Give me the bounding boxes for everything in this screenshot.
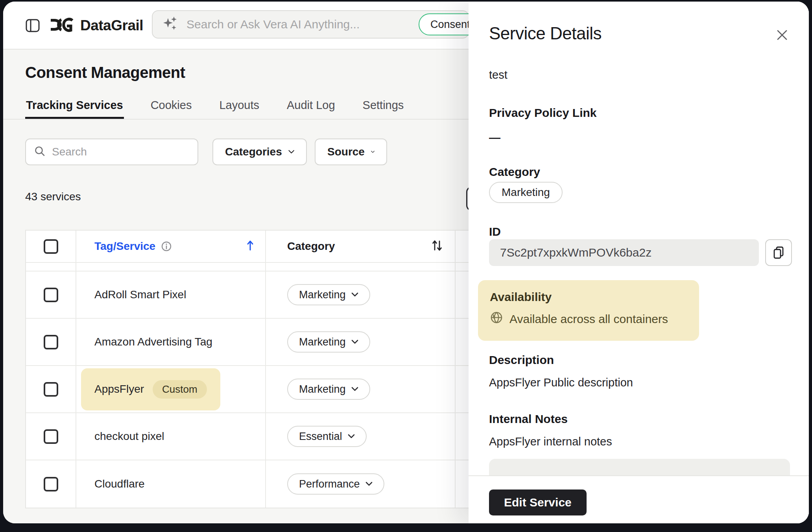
chevron-down-icon bbox=[288, 149, 294, 155]
categories-dropdown-label: Categories bbox=[225, 146, 282, 158]
category-dropdown[interactable]: Marketing bbox=[287, 284, 370, 305]
chevron-down-icon bbox=[351, 292, 358, 297]
service-name: Amazon Advertising Tag bbox=[94, 336, 212, 348]
category-value: Performance bbox=[299, 478, 360, 490]
source-dropdown-label: Source bbox=[327, 146, 365, 158]
category-dropdown[interactable]: Essential bbox=[287, 426, 367, 447]
row-checkbox[interactable] bbox=[44, 477, 58, 491]
info-icon[interactable] bbox=[161, 241, 172, 252]
availability-highlight: Availability Available across all contai… bbox=[478, 280, 699, 341]
id-row: 7Sc2pt7xpxkWmPOVk6ba2z bbox=[489, 239, 792, 266]
sort-toggle-icon[interactable] bbox=[431, 239, 443, 253]
service-name: AdRoll Smart Pixel bbox=[94, 288, 186, 301]
internal-notes-value: AppsFlyer internal notes bbox=[489, 435, 612, 448]
close-icon[interactable] bbox=[774, 28, 790, 43]
category-value: Essential bbox=[299, 430, 342, 443]
row-checkbox[interactable] bbox=[44, 382, 58, 397]
tag-service-header-label: Tag/Service bbox=[94, 240, 155, 253]
category-dropdown[interactable]: Marketing bbox=[287, 379, 370, 400]
description-value: AppsFlyer Public description bbox=[489, 376, 633, 389]
service-details-panel: Service Details test Privacy Policy Link… bbox=[469, 2, 809, 523]
category-value: Marketing bbox=[299, 289, 346, 301]
custom-badge: Custom bbox=[153, 380, 207, 399]
sidebar-toggle-icon[interactable] bbox=[25, 18, 40, 33]
tab-settings[interactable]: Settings bbox=[362, 94, 405, 119]
category-chip: Marketing bbox=[489, 182, 563, 203]
search-icon bbox=[34, 145, 46, 159]
filter-row: Search Categories Source bbox=[25, 139, 387, 165]
table-search-placeholder: Search bbox=[52, 146, 87, 158]
service-name: AppsFlyer bbox=[94, 383, 144, 395]
table-search-input[interactable]: Search bbox=[25, 139, 198, 165]
category-value: Marketing bbox=[299, 383, 346, 395]
service-name: Cloudflare bbox=[94, 478, 145, 490]
column-header-tag-service[interactable]: Tag/Service bbox=[94, 240, 172, 253]
copy-icon bbox=[772, 246, 785, 260]
copy-button[interactable] bbox=[765, 239, 792, 266]
column-header-category[interactable]: Category bbox=[287, 240, 335, 253]
chevron-down-icon bbox=[365, 482, 373, 486]
search-placeholder: Search or Ask Vera AI Anything... bbox=[186, 18, 459, 31]
tab-cookies[interactable]: Cookies bbox=[150, 94, 193, 119]
datagrail-logo: DataGrail bbox=[50, 16, 143, 35]
description-label: Description bbox=[489, 353, 554, 367]
category-value: Marketing bbox=[299, 336, 346, 348]
category-dropdown[interactable]: Performance bbox=[287, 473, 384, 495]
source-dropdown[interactable]: Source bbox=[315, 139, 387, 165]
panel-footer: Edit Service bbox=[469, 475, 809, 523]
tab-audit-log[interactable]: Audit Log bbox=[286, 94, 336, 119]
select-all-checkbox[interactable] bbox=[44, 239, 58, 254]
id-label: ID bbox=[489, 225, 501, 238]
services-count: 43 services bbox=[25, 190, 81, 203]
sparkle-ai-icon bbox=[162, 15, 178, 34]
availability-label: Availability bbox=[490, 290, 687, 304]
row-checkbox[interactable] bbox=[44, 288, 58, 302]
brand-name: DataGrail bbox=[80, 17, 143, 34]
datagrail-logo-icon bbox=[50, 16, 75, 35]
scrolled-content-peek bbox=[489, 459, 790, 477]
row-checkbox[interactable] bbox=[44, 429, 58, 444]
category-label: Category bbox=[489, 165, 540, 179]
row-checkbox[interactable] bbox=[44, 335, 58, 349]
privacy-policy-label: Privacy Policy Link bbox=[489, 106, 596, 120]
service-name: test bbox=[489, 68, 507, 81]
edit-service-button[interactable]: Edit Service bbox=[489, 490, 587, 515]
internal-notes-label: Internal Notes bbox=[489, 412, 568, 426]
availability-value: Available across all containers bbox=[509, 312, 668, 326]
panel-title: Service Details bbox=[489, 24, 602, 43]
page-title: Consent Management bbox=[25, 64, 185, 81]
service-name: checkout pixel bbox=[94, 430, 164, 442]
categories-dropdown[interactable]: Categories bbox=[212, 139, 307, 165]
tab-tracking-services[interactable]: Tracking Services bbox=[25, 94, 124, 119]
app-window: DataGrail Search or Ask Vera AI Anything… bbox=[3, 2, 809, 523]
privacy-policy-value: — bbox=[489, 131, 500, 144]
chevron-down-icon bbox=[351, 340, 358, 344]
globe-icon bbox=[490, 311, 503, 327]
id-field[interactable]: 7Sc2pt7xpxkWmPOVk6ba2z bbox=[489, 239, 759, 266]
chevron-down-icon bbox=[351, 387, 358, 392]
chevron-down-icon bbox=[348, 434, 355, 439]
chevron-down-icon bbox=[371, 149, 375, 155]
category-dropdown[interactable]: Marketing bbox=[287, 331, 370, 353]
tab-layouts[interactable]: Layouts bbox=[218, 94, 260, 119]
sort-ascending-icon[interactable] bbox=[246, 240, 254, 253]
